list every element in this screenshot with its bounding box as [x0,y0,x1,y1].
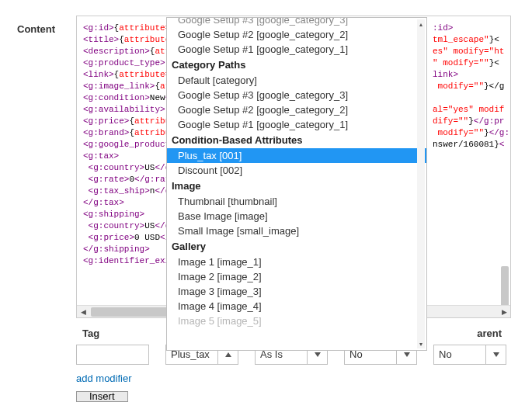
dropdown-item[interactable]: Base Image [image] [167,209,426,224]
insert-button[interactable]: Insert [76,391,128,402]
scroll-down-icon[interactable]: ▾ [417,339,425,348]
dropdown-item[interactable]: Google Setup #3 [google_category_3] [167,17,426,27]
parent-label: arent [477,327,502,339]
option-select-2-value: No [434,345,485,364]
dropdown-group-header: Image [167,178,426,194]
scroll-right-icon[interactable]: ▶ [498,306,510,318]
scroll-left-icon[interactable]: ◀ [77,306,89,318]
add-modifier-link[interactable]: add modifier [76,373,132,384]
scroll-up-icon[interactable]: ▴ [417,19,425,29]
dropdown-item[interactable]: Image 3 [image_3] [167,284,426,299]
dropdown-item[interactable]: Image 1 [image_1] [167,255,426,269]
dropdown-item[interactable]: Thumbnail [thumbnail] [167,194,426,209]
dropdown-item[interactable]: Image 5 [image_5] [167,314,426,328]
dropdown-item[interactable]: Google Setup #2 [google_category_2] [167,102,426,117]
content-label: Content [17,23,55,35]
dropdown-group-header: Gallery [167,238,426,255]
dropdown-item[interactable]: Plus_tax [001] [167,148,426,163]
dropdown-scrollbar[interactable]: ▴ ▾ [417,19,425,348]
dropdown-item[interactable]: Google Setup #2 [google_category_2] [167,27,426,42]
tag-label: Tag [82,327,99,339]
chevron-down-icon[interactable] [485,345,506,364]
dropdown-item[interactable]: Image 4 [image_4] [167,299,426,314]
vertical-scrollbar[interactable] [501,33,509,318]
dropdown-item[interactable]: Default [category] [167,73,426,88]
attribute-dropdown[interactable]: Google Setup #3 [google_category_3]Googl… [166,17,427,351]
dropdown-item[interactable]: Image 2 [image_2] [167,269,426,284]
dropdown-group-header: Condition-Based Attributes [167,132,426,148]
dropdown-item[interactable]: Google Setup #1 [google_category_1] [167,117,426,132]
dropdown-item[interactable]: Discount [002] [167,163,426,178]
dropdown-item[interactable]: Google Setup #3 [google_category_3] [167,88,426,102]
tag-input[interactable] [76,345,149,365]
option-select-2[interactable]: No [433,345,506,365]
dropdown-item[interactable]: Google Setup #1 [google_category_1] [167,42,426,57]
dropdown-item[interactable]: Small Image [small_image] [167,224,426,238]
dropdown-group-header: Category Paths [167,57,426,73]
